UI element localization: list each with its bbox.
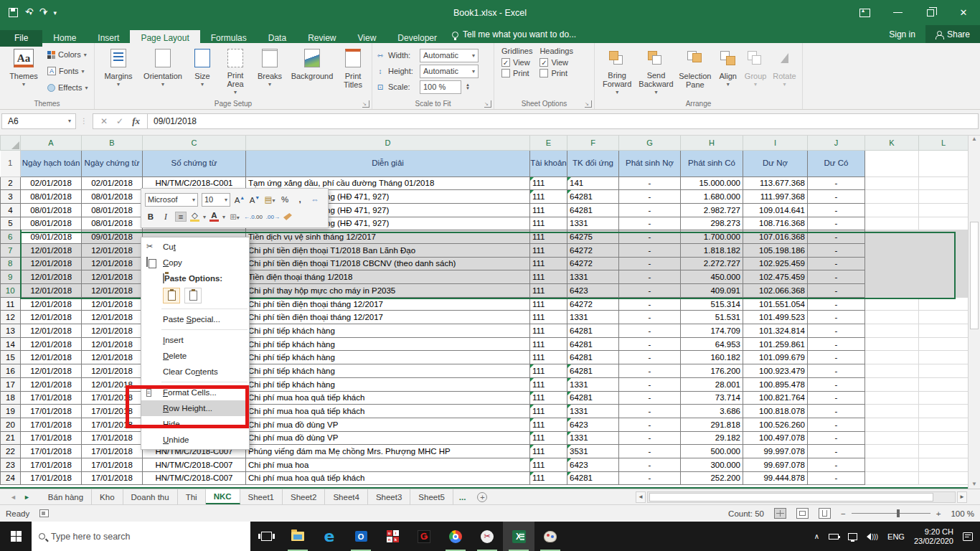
cell-F19[interactable]: 1331	[567, 405, 619, 418]
cell-I6[interactable]: 107.016.368	[743, 230, 808, 244]
cell-G24[interactable]: -	[619, 471, 681, 485]
cell-L13[interactable]	[919, 324, 969, 338]
menu-item-delete[interactable]: Delete	[141, 348, 249, 364]
cell-G23[interactable]: -	[619, 458, 681, 471]
height-dropdown[interactable]: Automatic▾	[420, 65, 479, 78]
cell-L22[interactable]	[919, 445, 969, 458]
cell-K5[interactable]	[865, 217, 919, 230]
cell-B19[interactable]: 17/01/2018	[82, 405, 143, 418]
cell-G16[interactable]: -	[619, 364, 681, 378]
cell-A23[interactable]: 17/01/2018	[21, 458, 82, 471]
cell-G14[interactable]: -	[619, 337, 681, 351]
cell-E2[interactable]: 111	[530, 176, 567, 190]
col-header-E[interactable]: E	[530, 136, 567, 150]
cell-H13[interactable]: 174.709	[681, 324, 743, 338]
cell-A6[interactable]: 09/01/2018	[21, 230, 82, 244]
cell-B2[interactable]: 02/01/2018	[82, 176, 143, 190]
cell-B24[interactable]: 17/01/2018	[82, 471, 143, 485]
align-button[interactable]: Align▾	[715, 45, 741, 97]
cell-H14[interactable]: 64.953	[681, 337, 743, 351]
cell-E14[interactable]: 111	[530, 337, 567, 351]
gridlines-print-checkbox[interactable]: Print	[501, 69, 532, 77]
cell-I23[interactable]: 99.697.078	[743, 458, 808, 471]
cell-J18[interactable]: -	[808, 391, 865, 405]
cell-I1[interactable]: Dư Nợ	[743, 150, 808, 176]
cell-F21[interactable]: 1331	[567, 431, 619, 445]
sheet-tab-thi[interactable]: Thi	[178, 489, 206, 504]
menu-item-insert[interactable]: Insert	[141, 332, 249, 348]
cell-F17[interactable]: 1331	[567, 377, 619, 391]
cell-E15[interactable]: 111	[530, 351, 567, 364]
cell-E24[interactable]: 111	[530, 471, 567, 485]
center-align-button[interactable]: ≡	[175, 212, 187, 222]
cell-I3[interactable]: 111.997.368	[743, 190, 808, 204]
menu-item-unhide[interactable]: Unhide	[141, 432, 249, 448]
cell-G19[interactable]: -	[619, 405, 681, 418]
zoom-level[interactable]: 100 %	[951, 509, 974, 518]
row-header-12[interactable]: 12	[1, 311, 21, 324]
cell-A11[interactable]: 12/01/2018	[21, 297, 82, 311]
cell-L7[interactable]	[919, 243, 969, 257]
cell-J14[interactable]: -	[808, 337, 865, 351]
cell-B9[interactable]: 12/01/2018	[82, 270, 143, 284]
size-button[interactable]: Size▾	[187, 45, 218, 97]
cell-I10[interactable]: 102.066.368	[743, 284, 808, 298]
row-header-3[interactable]: 3	[1, 190, 21, 204]
cell-H4[interactable]: 2.982.727	[681, 203, 743, 217]
cell-E7[interactable]: 111	[530, 243, 567, 257]
cell-H15[interactable]: 160.182	[681, 351, 743, 364]
cell-A1[interactable]: Ngày hạch toán	[21, 150, 82, 176]
cell-D13[interactable]: Chi phí tiếp khách hàng	[246, 324, 530, 338]
undo-icon[interactable]: ↶▾	[25, 6, 32, 19]
cell-B6[interactable]: 09/01/2018	[82, 230, 143, 244]
cell-B13[interactable]: 12/01/2018	[82, 324, 143, 338]
cell-E19[interactable]: 111	[530, 405, 567, 418]
comma-style-button[interactable]: ,	[294, 195, 306, 204]
cell-B23[interactable]: 17/01/2018	[82, 458, 143, 471]
cell-K20[interactable]	[865, 418, 919, 431]
cell-K1[interactable]	[865, 150, 919, 176]
row-header-1[interactable]: 1	[1, 150, 21, 176]
cell-J16[interactable]: -	[808, 364, 865, 378]
cell-A10[interactable]: 12/01/2018	[21, 284, 82, 298]
menu-item-copy[interactable]: Copy	[141, 255, 249, 270]
cell-H8[interactable]: 2.272.727	[681, 257, 743, 270]
cell-D23[interactable]: Chi phí mua hoa	[246, 458, 530, 471]
cell-F16[interactable]: 64281	[567, 364, 619, 378]
col-header-F[interactable]: F	[567, 136, 619, 150]
minimize-button[interactable]	[881, 0, 914, 25]
sheet-tab-doanh-thu[interactable]: Doanh thu	[123, 489, 178, 504]
cell-J7[interactable]: -	[808, 243, 865, 257]
insert-function-icon[interactable]: fx	[132, 116, 140, 127]
cell-K7[interactable]	[865, 243, 919, 257]
cell-H16[interactable]: 176.200	[681, 364, 743, 378]
width-dropdown[interactable]: Automatic▾	[420, 49, 479, 62]
cell-G12[interactable]: -	[619, 311, 681, 324]
sheet-tab-sheet5[interactable]: Sheet5	[410, 489, 453, 504]
cell-E13[interactable]: 111	[530, 324, 567, 338]
cell-K10[interactable]	[865, 284, 919, 298]
horizontal-scrollbar-thumb[interactable]	[649, 493, 933, 501]
row-header-24[interactable]: 24	[1, 471, 21, 485]
cell-K15[interactable]	[865, 351, 919, 364]
scale-input[interactable]: 100 %	[420, 80, 461, 94]
cell-I22[interactable]: 99.997.078	[743, 445, 808, 458]
cell-L17[interactable]	[919, 377, 969, 391]
row-header-8[interactable]: 8	[1, 257, 21, 270]
tell-me-box[interactable]: Tell me what you want to do...	[452, 29, 576, 43]
cell-J4[interactable]: -	[808, 203, 865, 217]
row-header-5[interactable]: 5	[1, 217, 21, 230]
ribbon-display-options-button[interactable]	[848, 0, 881, 25]
sheet-tab-sheet4[interactable]: Sheet4	[325, 489, 367, 504]
cell-E11[interactable]: 111	[530, 297, 567, 311]
cell-E8[interactable]: 111	[530, 257, 567, 270]
theme-effects-button[interactable]: Effects▾	[44, 80, 90, 95]
taskbar-outlook-icon[interactable]: O	[345, 522, 377, 551]
cell-F12[interactable]: 1331	[567, 311, 619, 324]
cell-E5[interactable]: 111	[530, 217, 567, 230]
taskbar-paint-icon[interactable]	[534, 522, 566, 551]
cell-K19[interactable]	[865, 405, 919, 418]
cell-A18[interactable]: 17/01/2018	[21, 391, 82, 405]
cell-K14[interactable]	[865, 337, 919, 351]
format-painter-icon[interactable]	[283, 213, 292, 220]
